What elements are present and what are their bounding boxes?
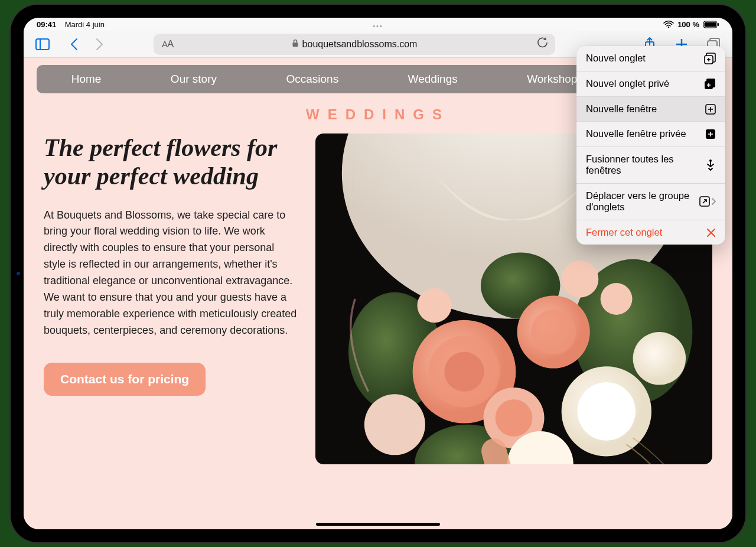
svg-rect-6 — [292, 43, 298, 47]
svg-point-20 — [444, 352, 484, 392]
svg-rect-2 — [705, 22, 716, 27]
forward-button — [89, 34, 110, 55]
hero-body: At Bouquets and Blossoms, we take specia… — [44, 207, 298, 339]
back-button[interactable] — [64, 34, 85, 55]
address-bar[interactable]: AA bouquetsandblossoms.com — [154, 34, 555, 55]
sidebar-toggle-icon[interactable] — [32, 34, 53, 55]
cta-button[interactable]: Contact us for pricing — [44, 363, 206, 396]
battery-percent: 100 % — [677, 20, 699, 29]
screen: ••• 09:41 Mardi 4 juin 100 % — [24, 18, 732, 529]
svg-point-24 — [578, 382, 636, 441]
nav-occasions[interactable]: Occasions — [281, 73, 343, 86]
reload-icon[interactable] — [537, 37, 548, 51]
status-date: Mardi 4 juin — [65, 20, 105, 29]
status-time: 09:41 — [37, 20, 56, 29]
new-window-icon — [703, 104, 716, 115]
menu-new-window[interactable]: Nouvelle fenêtre — [576, 97, 725, 122]
nav-home[interactable]: Home — [67, 73, 106, 86]
svg-point-25 — [633, 332, 686, 385]
reader-aa-icon[interactable]: AA — [162, 38, 173, 50]
multitask-dots-icon[interactable]: ••• — [373, 22, 383, 30]
wifi-icon — [663, 21, 674, 28]
tabs-context-menu: Nouvel onglet Nouvel onglet privé Nouvel… — [576, 46, 725, 245]
menu-new-tab[interactable]: Nouvel onglet — [576, 46, 725, 71]
address-domain: bouquetsandblossoms.com — [302, 39, 418, 50]
menu-close-tab[interactable]: Fermer cet onglet — [576, 220, 725, 245]
nav-our-story[interactable]: Our story — [166, 73, 221, 86]
hero-text: The perfect flowers for your perfect wed… — [44, 134, 298, 464]
status-left: 09:41 Mardi 4 juin — [37, 20, 105, 29]
ipad-frame: ••• 09:41 Mardi 4 juin 100 % — [11, 5, 745, 542]
menu-new-private-window[interactable]: Nouvelle fenêtre privée — [576, 122, 725, 146]
nav-weddings[interactable]: Weddings — [403, 73, 462, 86]
svg-rect-3 — [718, 23, 719, 26]
svg-point-0 — [668, 26, 670, 28]
new-private-tab-icon — [703, 78, 716, 90]
new-tab-stack-icon — [703, 53, 716, 64]
svg-point-26 — [364, 394, 425, 455]
svg-point-29 — [562, 261, 599, 298]
svg-rect-4 — [36, 39, 49, 50]
merge-windows-icon — [703, 159, 716, 171]
close-icon — [703, 228, 716, 237]
svg-point-28 — [496, 399, 533, 437]
battery-icon — [703, 21, 719, 28]
status-right: 100 % — [663, 20, 719, 29]
lock-icon — [292, 39, 299, 50]
home-indicator[interactable] — [316, 523, 440, 526]
new-private-window-icon — [703, 129, 716, 139]
svg-point-22 — [531, 310, 576, 354]
move-to-group-icon — [699, 196, 716, 207]
svg-point-31 — [417, 288, 451, 323]
camera-dot — [17, 272, 20, 275]
hero-headline: The perfect flowers for your perfect wed… — [44, 134, 298, 191]
svg-point-30 — [601, 283, 633, 315]
menu-merge-windows[interactable]: Fusionner toutes les fenêtres — [576, 147, 725, 184]
menu-new-private-tab[interactable]: Nouvel onglet privé — [576, 71, 725, 97]
menu-move-to-group[interactable]: Déplacer vers le groupe d'onglets — [576, 184, 725, 220]
